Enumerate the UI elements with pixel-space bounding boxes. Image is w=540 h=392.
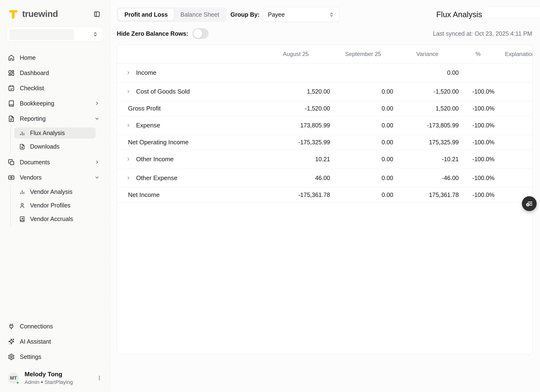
workspace-selector[interactable]	[7, 27, 103, 42]
sidebar-item-reporting[interactable]: Reporting	[0, 111, 110, 126]
sidebar-item-downloads[interactable]: Downloads	[14, 141, 96, 152]
sidebar-item-vendor-analysis[interactable]: Vendor Analysis	[14, 186, 96, 197]
expand-chevron-icon[interactable]	[126, 176, 131, 181]
page-title: Flux Analysis	[436, 10, 482, 19]
cell-august: -175,361.78	[260, 187, 331, 202]
sidebar-item-documents[interactable]: Documents	[0, 155, 110, 170]
cell-august: 46.00	[260, 169, 331, 187]
sidebar-item-settings[interactable]: Settings	[0, 349, 110, 364]
cell-variance: -173,805.99	[395, 116, 460, 135]
cell-august: 10.21	[260, 150, 331, 169]
cell-percent: -100.0%	[460, 150, 496, 169]
sidebar-item-connections[interactable]: Connections	[0, 319, 110, 334]
main-content: Profit and Loss Balance Sheet Group By: …	[110, 0, 540, 392]
chevrons-up-down-icon	[92, 31, 98, 37]
col-explanation: Explanation	[496, 45, 532, 63]
toggle-knob	[193, 29, 202, 38]
sidebar-item-bookkeeping[interactable]: Bookkeeping	[0, 96, 110, 111]
sidebar-item-checklist[interactable]: Checklist	[0, 80, 110, 96]
flux-table: August 25 September 25 Variance % Explan…	[117, 45, 532, 203]
sidebar-item-label: Vendor Profiles	[30, 202, 71, 209]
table-row-gross-profit: Gross Profit -1,520.00 0.00 1,520.00 -10…	[117, 101, 532, 116]
sidebar-item-label: Documents	[20, 159, 50, 166]
row-label: Expense	[136, 122, 160, 129]
sidebar-item-label: Settings	[20, 353, 41, 360]
user-role: Admin	[25, 379, 39, 385]
user-org: StartPlaying	[45, 379, 73, 385]
cell-explanation	[496, 82, 532, 101]
sidebar-item-vendor-accruals[interactable]: Vendor Accruals	[14, 213, 96, 225]
cell-september: 0.00	[331, 150, 395, 169]
book-icon	[8, 100, 15, 107]
expand-chevron-icon[interactable]	[126, 70, 131, 75]
cell-august: 1,520.00	[260, 82, 331, 101]
sidebar-item-vendor-profiles[interactable]: Vendor Profiles	[14, 200, 96, 211]
cell-september: 0.00	[331, 116, 395, 135]
sidebar-item-label: Reporting	[20, 115, 46, 122]
avatar-initials: MT	[10, 375, 17, 381]
sidebar-item-label: Home	[20, 54, 36, 61]
user-meta: Melody Tong Admin • StartPlaying	[25, 371, 73, 385]
cell-september: 0.00	[331, 82, 395, 101]
table-row-cogs: Cost of Goods Sold 1,520.00 0.00 -1,520.…	[117, 82, 532, 101]
plug-icon	[8, 323, 15, 330]
cell-september: 0.00	[331, 101, 395, 116]
cell-percent: -100.0%	[460, 82, 496, 101]
row-label: Other Expense	[136, 174, 177, 181]
col-percent: %	[460, 45, 496, 63]
gear-icon	[8, 353, 15, 360]
tab-balance-sheet[interactable]: Balance Sheet	[174, 8, 225, 21]
chevron-down-icon	[94, 116, 100, 121]
row-label-cell: Net Operating Income	[117, 135, 260, 150]
cell-percent	[460, 63, 496, 82]
avatar: MT	[8, 372, 19, 384]
cell-september: 0.00	[331, 187, 395, 202]
sidebar-item-vendors[interactable]: Vendors	[0, 170, 110, 185]
logo-row: truewind	[8, 9, 100, 20]
expand-chevron-icon[interactable]	[126, 89, 131, 94]
cell-august: 173,805.99	[260, 116, 331, 135]
top-right-partial-button[interactable]	[483, 7, 540, 19]
cell-variance: -1,520.00	[395, 82, 460, 101]
online-status-dot	[16, 381, 19, 384]
row-label-cell: Other Expense	[117, 169, 260, 187]
cell-september: 0.00	[331, 135, 395, 150]
banknote-icon	[8, 174, 15, 181]
sidebar-item-dashboard[interactable]: Dashboard	[0, 65, 110, 80]
sparkles-icon	[8, 338, 15, 345]
sidebar-collapse-icon[interactable]	[94, 11, 100, 17]
brand-name: truewind	[22, 9, 58, 19]
documents-icon	[8, 159, 15, 166]
table-row-other-income: Other Income 10.21 0.00 -10.21 -100.0%	[117, 150, 532, 169]
user-card[interactable]: MT Melody Tong Admin • StartPlaying	[8, 371, 102, 385]
file-download-icon	[19, 144, 25, 150]
user-name: Melody Tong	[25, 371, 73, 378]
sidebar-item-flux-analysis[interactable]: Flux Analysis	[14, 127, 96, 139]
cell-variance: 175,325.99	[395, 135, 460, 150]
cell-september: 0.00	[331, 169, 395, 187]
cell-august: -1,520.00	[260, 101, 331, 116]
bar-chart-icon	[19, 130, 25, 136]
row-label-cell: Net Income	[117, 187, 260, 202]
expand-chevron-icon[interactable]	[126, 123, 131, 128]
sidebar-item-home[interactable]: Home	[0, 50, 110, 65]
cell-explanation	[496, 135, 532, 150]
workspace-name-redacted	[9, 29, 74, 40]
explanations-fab-button[interactable]	[522, 196, 537, 211]
tab-profit-and-loss[interactable]: Profit and Loss	[118, 8, 174, 21]
group-by-select[interactable]: Payee	[263, 7, 340, 22]
cell-explanation	[496, 101, 532, 116]
table-row-expense: Expense 173,805.99 0.00 -173,805.99 -100…	[117, 116, 532, 135]
sidebar-item-ai-assistant[interactable]: AI Assistant	[0, 334, 110, 349]
hide-zero-toggle[interactable]	[193, 28, 209, 39]
user-menu-icon[interactable]	[96, 375, 102, 381]
cell-explanation	[496, 150, 532, 169]
cell-august: -175,325.99	[260, 135, 331, 150]
sidebar: truewind Home Dashboard Checklist Bookke…	[0, 0, 110, 392]
row-label-cell: Expense	[117, 116, 260, 135]
reporting-subnav: Flux Analysis Downloads	[10, 126, 110, 155]
expand-chevron-icon[interactable]	[126, 157, 131, 162]
col-august: August 25	[260, 45, 331, 63]
dashboard-icon	[8, 70, 15, 76]
table-row-other-expense: Other Expense 46.00 0.00 -46.00 -100.0%	[117, 169, 532, 187]
